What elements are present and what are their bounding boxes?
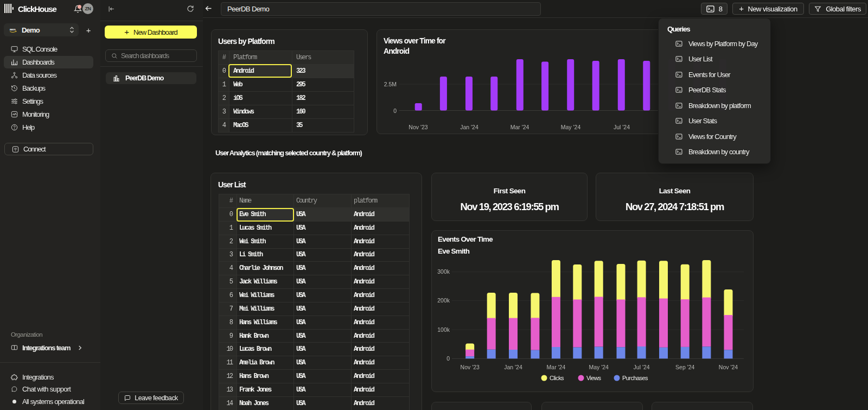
svg-text:aws: aws xyxy=(10,27,16,31)
svg-text:0: 0 xyxy=(393,108,397,114)
svg-text:Jul '24: Jul '24 xyxy=(634,364,650,370)
svg-text:Mar '24: Mar '24 xyxy=(547,364,566,370)
svg-text:2.5M: 2.5M xyxy=(384,81,397,87)
svg-text:Nov '23: Nov '23 xyxy=(409,124,427,130)
svg-text:Jan '24: Jan '24 xyxy=(504,364,522,370)
svg-text:Jan '24: Jan '24 xyxy=(460,124,478,130)
svg-text:Views: Views xyxy=(586,375,601,381)
svg-text:300k: 300k xyxy=(437,268,450,275)
svg-text:0: 0 xyxy=(446,355,450,362)
svg-text:Nov '24: Nov '24 xyxy=(719,364,738,370)
svg-text:Nov '23: Nov '23 xyxy=(461,364,480,370)
svg-text:Mar '24: Mar '24 xyxy=(510,124,529,130)
svg-text:May '24: May '24 xyxy=(561,124,581,130)
svg-text:Jul '24: Jul '24 xyxy=(614,124,630,130)
svg-text:Clicks: Clicks xyxy=(550,375,564,381)
svg-text:100k: 100k xyxy=(437,326,450,333)
svg-text:Purchases: Purchases xyxy=(622,375,648,381)
svg-text:200k: 200k xyxy=(437,297,450,304)
svg-text:May '24: May '24 xyxy=(589,364,609,370)
svg-text:Sep '24: Sep '24 xyxy=(675,364,694,370)
